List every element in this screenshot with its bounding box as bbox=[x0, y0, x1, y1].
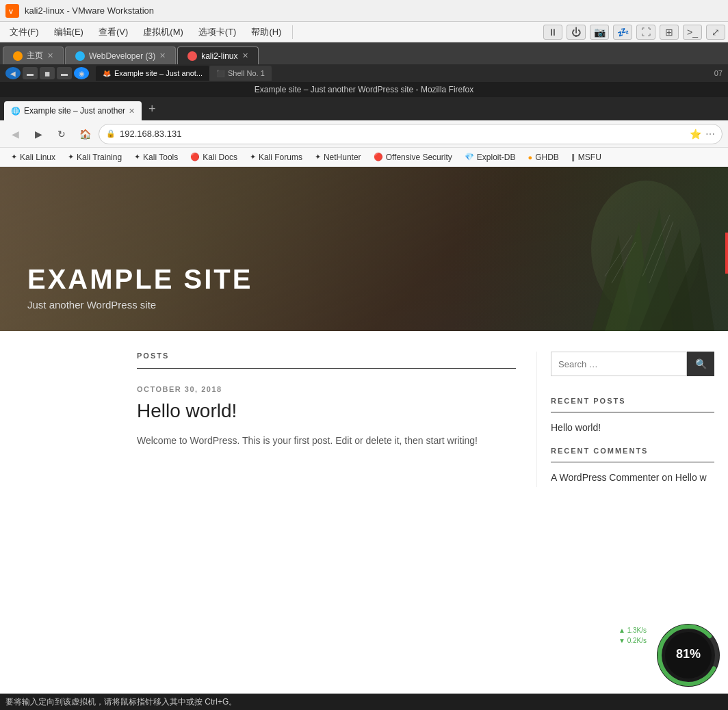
bookmark-kali-linux-label: Kali Linux bbox=[20, 153, 55, 162]
snapshot-btn[interactable]: 📷 bbox=[590, 25, 609, 40]
expand-btn[interactable]: ⤢ bbox=[706, 25, 725, 40]
webdev-tab-label: WebDeveloper (3) bbox=[89, 51, 155, 61]
hero-section: EXAMPLE SITE Just another WordPress site bbox=[0, 167, 728, 331]
bookmark-star-icon[interactable]: ⭐ bbox=[690, 129, 701, 140]
kali-chrome-bar: ◀ ▬ ◼ ▬ ◉ 🦊 Example site – Just anot... … bbox=[0, 64, 728, 82]
suspend-btn[interactable]: 💤 bbox=[613, 25, 632, 40]
post-title[interactable]: Hello world! bbox=[137, 400, 516, 422]
nethunter-icon: ✦ bbox=[315, 153, 321, 161]
bookmark-kali-forums-label: Kali Forums bbox=[259, 153, 302, 162]
kali-btn-4[interactable]: ▬ bbox=[57, 67, 72, 79]
home-tab-close[interactable]: ✕ bbox=[47, 51, 53, 60]
hero-background bbox=[454, 167, 728, 331]
home-tab-icon bbox=[13, 51, 23, 61]
webdev-tab-icon bbox=[75, 51, 85, 61]
vmware-tab-home[interactable]: 主页 ✕ bbox=[3, 47, 64, 64]
kali-shell-tab-label: Shell No. 1 bbox=[228, 69, 265, 77]
new-tab-btn[interactable]: + bbox=[143, 102, 161, 116]
offensive-security-icon: 🔴 bbox=[374, 153, 383, 161]
webdev-tab-close[interactable]: ✕ bbox=[159, 51, 166, 60]
bookmark-offensive-security-label: Offensive Security bbox=[386, 153, 452, 162]
menu-vm[interactable]: 虚拟机(M) bbox=[136, 24, 190, 40]
menu-view[interactable]: 查看(V) bbox=[92, 24, 135, 40]
recent-post-link[interactable]: Hello world! bbox=[551, 422, 714, 433]
recent-posts-title: RECENT POSTS bbox=[551, 397, 714, 412]
content-area: POSTS OCTOBER 30, 2018 Hello world! Welc… bbox=[0, 352, 536, 487]
home-btn[interactable]: 🏠 bbox=[75, 124, 94, 144]
search-box: 🔍 bbox=[551, 352, 714, 376]
more-icon[interactable]: ⋯ bbox=[705, 129, 715, 140]
kali-shell-tab[interactable]: ⬛ Shell No. 1 bbox=[209, 66, 272, 81]
firefox-icon: 🦊 bbox=[103, 70, 111, 77]
kali-tab-icon bbox=[187, 51, 197, 61]
post-date: OCTOBER 30, 2018 bbox=[137, 385, 516, 393]
bookmark-nethunter[interactable]: ✦ NetHunter bbox=[309, 150, 367, 165]
kali-btn-3[interactable]: ◼ bbox=[40, 67, 55, 79]
search-btn[interactable]: 🔍 bbox=[687, 352, 714, 376]
bookmark-kali-docs-label: Kali Docs bbox=[203, 153, 237, 162]
search-input[interactable] bbox=[551, 352, 687, 376]
vmware-tab-webdev[interactable]: WebDeveloper (3) ✕ bbox=[65, 47, 176, 64]
back-btn[interactable]: ◀ bbox=[5, 124, 25, 144]
post-title-link[interactable]: Hello world! bbox=[137, 400, 237, 421]
bookmark-kali-docs[interactable]: 🔴 Kali Docs bbox=[185, 150, 243, 165]
kali-training-icon: ✦ bbox=[68, 153, 74, 161]
toolbar-icons: ⏸ ⏻ 📷 💤 ⛶ ⊞ >_ ⤢ bbox=[543, 25, 725, 40]
vmware-tab-kali[interactable]: kali2-linux ✕ bbox=[177, 47, 258, 64]
scroll-indicator bbox=[725, 233, 728, 274]
kali-tab-close[interactable]: ✕ bbox=[242, 51, 248, 60]
status-message: 要将输入定向到该虚拟机，请将鼠标指针移入其中或按 Ctrl+G。 bbox=[5, 696, 237, 708]
hero-subtitle: Just another WordPress site bbox=[27, 299, 252, 311]
upload-speed: ▲ 1.3K/s bbox=[619, 627, 647, 634]
vmware-titlebar: V kali2-linux - VMware Workstation bbox=[0, 0, 728, 22]
bookmark-kali-tools[interactable]: ✦ Kali Tools bbox=[129, 150, 183, 165]
sidebar-area: 🔍 RECENT POSTS Hello world! RECENT COMME… bbox=[536, 352, 728, 487]
network-indicator: 81% ▲ 1.3K/s ▼ 0.2K/s bbox=[654, 621, 723, 689]
browser-tab-site-icon: 🌐 bbox=[11, 107, 21, 116]
bookmark-kali-training[interactable]: ✦ Kali Training bbox=[62, 150, 127, 165]
bookmark-msfu[interactable]: ‖ MSFU bbox=[566, 150, 607, 165]
kali-btn-5[interactable]: ◉ bbox=[74, 67, 89, 79]
kali-firefox-tab[interactable]: 🦊 Example site – Just anot... bbox=[96, 66, 209, 81]
browser-tab-close[interactable]: ✕ bbox=[129, 107, 135, 116]
menu-edit[interactable]: 编辑(E) bbox=[47, 24, 90, 40]
bookmark-offensive-security[interactable]: 🔴 Offensive Security bbox=[368, 150, 458, 165]
toolbar-sep bbox=[292, 25, 293, 39]
menu-tabs[interactable]: 选项卡(T) bbox=[192, 24, 244, 40]
shell-icon: ⬛ bbox=[216, 70, 224, 77]
unity-btn[interactable]: ⊞ bbox=[660, 25, 679, 40]
bookmark-kali-training-label: Kali Training bbox=[77, 153, 122, 162]
url-text: 192.168.83.131 bbox=[120, 129, 686, 139]
bookmark-nethunter-label: NetHunter bbox=[324, 153, 361, 162]
browser-tab-site[interactable]: 🌐 Example site – Just another ✕ bbox=[4, 101, 142, 120]
kali-time: 07 bbox=[714, 69, 723, 77]
bookmark-kali-linux[interactable]: ✦ Kali Linux bbox=[5, 150, 61, 165]
vmware-tab-strip: 主页 ✕ WebDeveloper (3) ✕ kali2-linux ✕ bbox=[0, 42, 728, 64]
bookmarks-bar: ✦ Kali Linux ✦ Kali Training ✦ Kali Tool… bbox=[0, 148, 728, 167]
kali-btn-2[interactable]: ▬ bbox=[23, 67, 38, 79]
fullscreen-btn[interactable]: ⛶ bbox=[636, 25, 655, 40]
ghdb-icon: ● bbox=[528, 153, 532, 161]
forward-btn[interactable]: ▶ bbox=[29, 124, 48, 144]
url-actions: ⭐ ⋯ bbox=[690, 129, 715, 140]
bookmark-msfu-label: MSFU bbox=[578, 153, 601, 162]
bookmark-ghdb[interactable]: ● GHDB bbox=[522, 150, 564, 165]
kali-btn-1[interactable]: ◀ bbox=[5, 67, 21, 79]
url-bar[interactable]: 🔒 192.168.83.131 ⭐ ⋯ bbox=[99, 124, 723, 144]
power-btn[interactable]: ⏻ bbox=[567, 25, 586, 40]
hero-content: EXAMPLE SITE Just another WordPress site bbox=[27, 264, 252, 311]
bookmark-kali-forums[interactable]: ✦ Kali Forums bbox=[244, 150, 308, 165]
kali-tools-icon: ✦ bbox=[134, 153, 140, 161]
reload-btn[interactable]: ↻ bbox=[52, 124, 71, 144]
bookmark-exploit-db[interactable]: 💎 Exploit-DB bbox=[459, 150, 521, 165]
pause-btn[interactable]: ⏸ bbox=[543, 25, 562, 40]
kali-docs-icon: 🔴 bbox=[190, 153, 200, 161]
recent-comment: A WordPress Commenter on Hello w bbox=[551, 472, 714, 483]
menu-file[interactable]: 文件(F) bbox=[3, 24, 46, 40]
browser-tab-strip: 🌐 Example site – Just another ✕ + bbox=[0, 97, 728, 120]
lock-icon: 🔒 bbox=[106, 129, 116, 138]
vmware-menubar: 文件(F) 编辑(E) 查看(V) 虚拟机(M) 选项卡(T) 帮助(H) ⏸ … bbox=[0, 22, 728, 42]
hero-title: EXAMPLE SITE bbox=[27, 264, 252, 295]
menu-help[interactable]: 帮助(H) bbox=[244, 24, 288, 40]
console-btn[interactable]: >_ bbox=[683, 25, 702, 40]
